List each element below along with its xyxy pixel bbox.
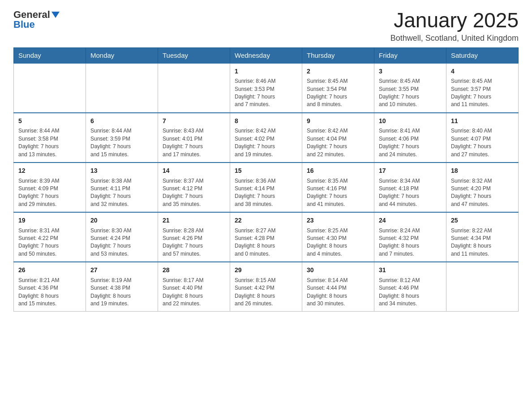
calendar-cell: 15Sunrise: 8:36 AM Sunset: 4:14 PM Dayli… bbox=[230, 163, 302, 212]
calendar-cell: 12Sunrise: 8:39 AM Sunset: 4:09 PM Dayli… bbox=[14, 163, 86, 212]
day-number: 28 bbox=[163, 266, 225, 275]
title-section: January 2025 Bothwell, Scotland, United … bbox=[390, 9, 519, 43]
day-info: Sunrise: 8:40 AM Sunset: 4:07 PM Dayligh… bbox=[451, 127, 514, 158]
calendar-header-sunday: Sunday bbox=[14, 47, 86, 63]
day-number: 31 bbox=[379, 266, 442, 275]
calendar-header-monday: Monday bbox=[86, 47, 158, 63]
calendar-header-thursday: Thursday bbox=[302, 47, 374, 63]
day-number: 9 bbox=[307, 117, 369, 126]
day-info: Sunrise: 8:14 AM Sunset: 4:44 PM Dayligh… bbox=[307, 277, 369, 308]
day-info: Sunrise: 8:45 AM Sunset: 3:54 PM Dayligh… bbox=[307, 77, 369, 109]
day-number: 10 bbox=[379, 117, 442, 126]
calendar-cell: 29Sunrise: 8:15 AM Sunset: 4:42 PM Dayli… bbox=[230, 262, 302, 312]
day-number: 30 bbox=[307, 266, 369, 275]
calendar-cell: 5Sunrise: 8:44 AM Sunset: 3:58 PM Daylig… bbox=[14, 113, 86, 163]
calendar-cell: 20Sunrise: 8:30 AM Sunset: 4:24 PM Dayli… bbox=[86, 212, 158, 262]
calendar-cell bbox=[446, 262, 519, 312]
calendar-cell: 16Sunrise: 8:35 AM Sunset: 4:16 PM Dayli… bbox=[302, 163, 374, 212]
day-number: 7 bbox=[163, 117, 225, 126]
calendar-cell: 18Sunrise: 8:32 AM Sunset: 4:20 PM Dayli… bbox=[446, 163, 519, 212]
logo-text-blue: Blue bbox=[13, 19, 35, 30]
day-info: Sunrise: 8:32 AM Sunset: 4:20 PM Dayligh… bbox=[451, 177, 514, 209]
day-info: Sunrise: 8:38 AM Sunset: 4:11 PM Dayligh… bbox=[90, 177, 153, 209]
day-number: 29 bbox=[235, 266, 297, 275]
day-info: Sunrise: 8:30 AM Sunset: 4:24 PM Dayligh… bbox=[90, 227, 153, 258]
calendar-cell: 31Sunrise: 8:12 AM Sunset: 4:46 PM Dayli… bbox=[374, 262, 446, 312]
day-number: 15 bbox=[235, 167, 297, 176]
day-number: 8 bbox=[235, 117, 297, 126]
calendar-cell: 14Sunrise: 8:37 AM Sunset: 4:12 PM Dayli… bbox=[158, 163, 230, 212]
day-number: 23 bbox=[307, 216, 369, 225]
subtitle: Bothwell, Scotland, United Kingdom bbox=[390, 34, 519, 43]
day-number: 3 bbox=[379, 67, 442, 76]
calendar-cell: 30Sunrise: 8:14 AM Sunset: 4:44 PM Dayli… bbox=[302, 262, 374, 312]
page-title: January 2025 bbox=[390, 9, 519, 32]
day-number: 5 bbox=[18, 117, 81, 126]
day-info: Sunrise: 8:31 AM Sunset: 4:22 PM Dayligh… bbox=[18, 227, 81, 258]
day-number: 2 bbox=[307, 67, 369, 76]
calendar-week-row-5: 26Sunrise: 8:21 AM Sunset: 4:36 PM Dayli… bbox=[14, 262, 519, 312]
day-number: 27 bbox=[90, 266, 153, 275]
day-info: Sunrise: 8:36 AM Sunset: 4:14 PM Dayligh… bbox=[235, 177, 297, 209]
day-number: 21 bbox=[163, 216, 225, 225]
day-info: Sunrise: 8:22 AM Sunset: 4:34 PM Dayligh… bbox=[451, 227, 514, 258]
page-header: General Blue January 2025 Bothwell, Scot… bbox=[13, 9, 519, 43]
day-number: 12 bbox=[18, 167, 81, 176]
day-number: 17 bbox=[379, 167, 442, 176]
calendar-cell: 11Sunrise: 8:40 AM Sunset: 4:07 PM Dayli… bbox=[446, 113, 519, 163]
calendar-cell: 10Sunrise: 8:41 AM Sunset: 4:06 PM Dayli… bbox=[374, 113, 446, 163]
day-number: 1 bbox=[235, 67, 297, 76]
day-number: 6 bbox=[90, 117, 153, 126]
calendar-cell: 24Sunrise: 8:24 AM Sunset: 4:32 PM Dayli… bbox=[374, 212, 446, 262]
calendar-header-row: SundayMondayTuesdayWednesdayThursdayFrid… bbox=[14, 47, 519, 63]
calendar-cell: 7Sunrise: 8:43 AM Sunset: 4:01 PM Daylig… bbox=[158, 113, 230, 163]
day-info: Sunrise: 8:19 AM Sunset: 4:38 PM Dayligh… bbox=[90, 277, 153, 308]
calendar-week-row-2: 5Sunrise: 8:44 AM Sunset: 3:58 PM Daylig… bbox=[14, 113, 519, 163]
calendar-week-row-4: 19Sunrise: 8:31 AM Sunset: 4:22 PM Dayli… bbox=[14, 212, 519, 262]
svg-marker-0 bbox=[51, 12, 60, 18]
day-info: Sunrise: 8:45 AM Sunset: 3:57 PM Dayligh… bbox=[451, 77, 514, 109]
calendar-cell bbox=[158, 63, 230, 113]
day-info: Sunrise: 8:24 AM Sunset: 4:32 PM Dayligh… bbox=[379, 227, 442, 258]
calendar-cell: 13Sunrise: 8:38 AM Sunset: 4:11 PM Dayli… bbox=[86, 163, 158, 212]
day-number: 4 bbox=[451, 67, 514, 76]
calendar-cell bbox=[14, 63, 86, 113]
calendar-cell: 3Sunrise: 8:45 AM Sunset: 3:55 PM Daylig… bbox=[374, 63, 446, 113]
day-info: Sunrise: 8:17 AM Sunset: 4:40 PM Dayligh… bbox=[163, 277, 225, 308]
day-info: Sunrise: 8:39 AM Sunset: 4:09 PM Dayligh… bbox=[18, 177, 81, 209]
day-number: 18 bbox=[451, 167, 514, 176]
calendar-cell: 21Sunrise: 8:28 AM Sunset: 4:26 PM Dayli… bbox=[158, 212, 230, 262]
calendar-cell: 4Sunrise: 8:45 AM Sunset: 3:57 PM Daylig… bbox=[446, 63, 519, 113]
day-number: 11 bbox=[451, 117, 514, 126]
day-info: Sunrise: 8:46 AM Sunset: 3:53 PM Dayligh… bbox=[235, 77, 297, 109]
day-info: Sunrise: 8:28 AM Sunset: 4:26 PM Dayligh… bbox=[163, 227, 225, 258]
day-info: Sunrise: 8:34 AM Sunset: 4:18 PM Dayligh… bbox=[379, 177, 442, 209]
calendar-header-friday: Friday bbox=[374, 47, 446, 63]
day-info: Sunrise: 8:42 AM Sunset: 4:04 PM Dayligh… bbox=[307, 127, 369, 158]
day-info: Sunrise: 8:27 AM Sunset: 4:28 PM Dayligh… bbox=[235, 227, 297, 258]
day-number: 25 bbox=[451, 216, 514, 225]
calendar-week-row-3: 12Sunrise: 8:39 AM Sunset: 4:09 PM Dayli… bbox=[14, 163, 519, 212]
calendar-cell: 27Sunrise: 8:19 AM Sunset: 4:38 PM Dayli… bbox=[86, 262, 158, 312]
calendar-cell bbox=[86, 63, 158, 113]
calendar-week-row-1: 1Sunrise: 8:46 AM Sunset: 3:53 PM Daylig… bbox=[14, 63, 519, 113]
day-info: Sunrise: 8:43 AM Sunset: 4:01 PM Dayligh… bbox=[163, 127, 225, 158]
calendar-cell: 8Sunrise: 8:42 AM Sunset: 4:02 PM Daylig… bbox=[230, 113, 302, 163]
day-info: Sunrise: 8:37 AM Sunset: 4:12 PM Dayligh… bbox=[163, 177, 225, 209]
day-info: Sunrise: 8:21 AM Sunset: 4:36 PM Dayligh… bbox=[18, 277, 81, 308]
day-info: Sunrise: 8:25 AM Sunset: 4:30 PM Dayligh… bbox=[307, 227, 369, 258]
day-number: 13 bbox=[90, 167, 153, 176]
day-info: Sunrise: 8:12 AM Sunset: 4:46 PM Dayligh… bbox=[379, 277, 442, 308]
calendar-cell: 9Sunrise: 8:42 AM Sunset: 4:04 PM Daylig… bbox=[302, 113, 374, 163]
calendar-cell: 26Sunrise: 8:21 AM Sunset: 4:36 PM Dayli… bbox=[14, 262, 86, 312]
day-number: 26 bbox=[18, 266, 81, 275]
calendar-header-tuesday: Tuesday bbox=[158, 47, 230, 63]
calendar-cell: 1Sunrise: 8:46 AM Sunset: 3:53 PM Daylig… bbox=[230, 63, 302, 113]
calendar-cell: 19Sunrise: 8:31 AM Sunset: 4:22 PM Dayli… bbox=[14, 212, 86, 262]
calendar-table: SundayMondayTuesdayWednesdayThursdayFrid… bbox=[13, 47, 519, 312]
day-info: Sunrise: 8:42 AM Sunset: 4:02 PM Dayligh… bbox=[235, 127, 297, 158]
logo-triangle-icon bbox=[51, 12, 60, 18]
calendar-cell: 2Sunrise: 8:45 AM Sunset: 3:54 PM Daylig… bbox=[302, 63, 374, 113]
day-number: 20 bbox=[90, 216, 153, 225]
day-info: Sunrise: 8:45 AM Sunset: 3:55 PM Dayligh… bbox=[379, 77, 442, 109]
